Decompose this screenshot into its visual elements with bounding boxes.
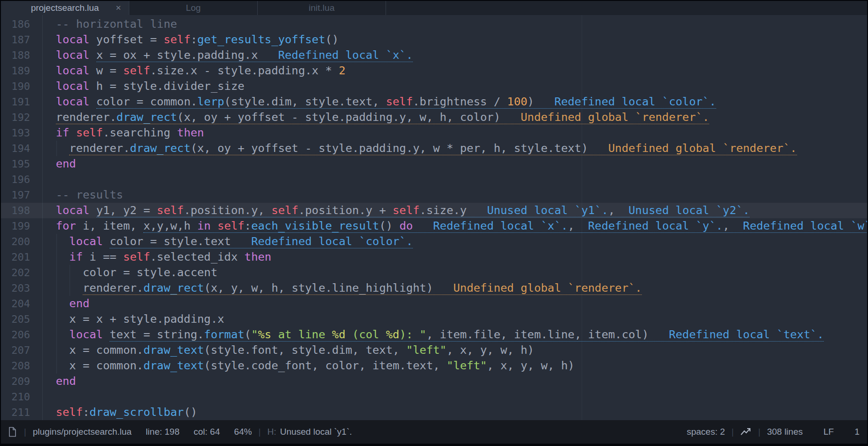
- inline-diagnostic: Unused local `y2`.: [629, 204, 750, 217]
- code-line-198[interactable]: 198 local y1, y2 = self.position.y, self…: [1, 203, 867, 218]
- code-line-197[interactable]: 197 -- results: [1, 187, 867, 203]
- status-divider: |: [725, 427, 741, 437]
- indent-guide: [56, 327, 57, 342]
- code-line-211[interactable]: 211 self:draw_scrollbar(): [1, 405, 867, 420]
- code-text: renderer.draw_rect(x, oy + yoffset - sty…: [42, 142, 797, 155]
- code-line-201[interactable]: 201 if i == self.selected_idx then: [1, 249, 867, 265]
- code-line-207[interactable]: 207 x = common.draw_text(style.font, sty…: [1, 342, 867, 358]
- code-line-202[interactable]: 202 color = style.accent: [1, 265, 867, 280]
- code-line-203[interactable]: 203 renderer.draw_rect(x, y, w, h, style…: [1, 280, 867, 296]
- code-line-200[interactable]: 200 local color = style.text Redefined l…: [1, 234, 867, 249]
- indent-guide: [70, 280, 70, 296]
- inline-diagnostic: Redefined local `color`.: [251, 235, 413, 248]
- diagnostic-underline: color = style.text Redefined local `colo…: [110, 235, 413, 248]
- code-text: x = common.draw_text(style.code_font, co…: [42, 359, 575, 372]
- code-text: local text = string.format("%s at line %…: [42, 328, 824, 342]
- diagnostic-underline: x,y,w,h in self:each_visible_result() do…: [143, 219, 867, 233]
- diagnostic-underline: renderer.draw_rect(x, oy + yoffset - sty…: [69, 142, 797, 155]
- code-line-188[interactable]: 188 local x = ox + style.padding.x Redef…: [1, 48, 867, 63]
- code-line-195[interactable]: 195 end: [1, 156, 867, 172]
- code-text: local color = common.lerp(style.dim, sty…: [42, 95, 716, 109]
- code-line-199[interactable]: 199 for i, item, x,y,w,h in self:each_vi…: [1, 218, 867, 234]
- line-number: 211: [1, 405, 42, 420]
- line-number: 206: [1, 327, 42, 342]
- diagnostic-underline: color = common.lerp(style.dim, style.tex…: [96, 95, 716, 109]
- code-line-193[interactable]: 193 if self.searching then: [1, 125, 867, 141]
- code-text: local yoffset = self:get_results_yoffset…: [42, 33, 339, 46]
- line-number: 208: [1, 358, 42, 374]
- code-text: end: [42, 157, 76, 170]
- line-number: 203: [1, 280, 42, 296]
- inline-diagnostic: Redefined local `text`.: [669, 328, 824, 341]
- code-line-186[interactable]: 186 -- horizontal line: [1, 16, 867, 32]
- code-line-187[interactable]: 187 local yoffset = self:get_results_yof…: [1, 32, 867, 48]
- code-line-205[interactable]: 205 x = x + style.padding.x: [1, 311, 867, 327]
- status-bar: | plugins/projectsearch.lua line: 198 co…: [1, 420, 867, 444]
- line-number: 201: [1, 249, 42, 265]
- code-line-189[interactable]: 189 local w = self.size.x - style.paddin…: [1, 63, 867, 79]
- line-number: 186: [1, 16, 42, 32]
- code-line-210[interactable]: 210: [1, 389, 867, 405]
- indent-guide: [56, 311, 57, 327]
- status-hint-message: Unused local `y1`.: [280, 427, 352, 437]
- indent-guide: [56, 280, 57, 296]
- status-col: col: 64: [194, 427, 220, 437]
- line-number: 187: [1, 32, 42, 48]
- line-number: 207: [1, 342, 42, 358]
- tab-init[interactable]: init.lua: [258, 1, 386, 15]
- code-line-206[interactable]: 206 local text = string.format("%s at li…: [1, 327, 867, 342]
- code-text: -- results: [42, 188, 123, 201]
- stats-icon[interactable]: [740, 427, 751, 437]
- code-text: local y1, y2 = self.position.y, self.pos…: [42, 204, 750, 217]
- status-percent: 64%: [234, 427, 252, 437]
- indent-guide: [56, 296, 57, 311]
- code-text: color = style.accent: [42, 266, 218, 279]
- code-text: local w = self.size.x - style.padding.x …: [42, 64, 346, 77]
- line-number: 197: [1, 187, 42, 203]
- code-text: if self.searching then: [42, 126, 204, 139]
- line-number: 189: [1, 63, 42, 79]
- indent-guide: [56, 249, 57, 265]
- indent-guide: [70, 265, 70, 280]
- code-line-190[interactable]: 190 local h = style.divider_size: [1, 79, 867, 94]
- status-spaces[interactable]: spaces: 2: [687, 427, 725, 437]
- code-line-208[interactable]: 208 x = common.draw_text(style.code_font…: [1, 358, 867, 374]
- status-divider: |: [751, 427, 767, 437]
- file-icon: [8, 427, 17, 437]
- line-number: 200: [1, 234, 42, 249]
- inline-diagnostic: Redefined local `y`.: [588, 219, 723, 232]
- code-text: x = common.draw_text(style.font, style.d…: [42, 343, 534, 357]
- tab-bar: projectsearch.lua ✕ Log init.lua: [1, 1, 867, 15]
- code-line-196[interactable]: 196: [1, 172, 867, 187]
- close-icon[interactable]: ✕: [115, 1, 121, 15]
- diagnostic-underline: y1, y2 = self.position.y, self.position.…: [96, 204, 750, 217]
- code-line-192[interactable]: 192 renderer.draw_rect(x, oy + yoffset -…: [1, 110, 867, 125]
- diagnostic-underline: renderer.draw_rect(x, y, w, h, style.lin…: [83, 281, 642, 295]
- code-text: end: [42, 297, 89, 310]
- status-line-count: 308 lines: [767, 427, 803, 437]
- line-number: 191: [1, 94, 42, 110]
- tab-log[interactable]: Log: [129, 1, 258, 15]
- tab-label: projectsearch.lua: [31, 3, 99, 13]
- line-number: 199: [1, 218, 42, 234]
- code-line-209[interactable]: 209 end: [1, 374, 867, 389]
- diagnostic-underline: renderer.draw_rect(x, oy + yoffset - sty…: [56, 111, 710, 124]
- code-line-204[interactable]: 204 end: [1, 296, 867, 311]
- status-eol[interactable]: LF: [823, 427, 834, 437]
- line-number: 196: [1, 172, 42, 187]
- code-text: x = x + style.padding.x: [42, 312, 224, 326]
- code-line-191[interactable]: 191 local color = common.lerp(style.dim,…: [1, 94, 867, 110]
- tab-label: Log: [186, 3, 201, 13]
- code-text: self:draw_scrollbar(): [42, 406, 197, 419]
- code-area: 186 -- horizontal line187 local yoffset …: [1, 16, 867, 420]
- code-text: for i, item, x,y,w,h in self:each_visibl…: [42, 219, 867, 233]
- line-number: 188: [1, 48, 42, 63]
- diagnostic-underline: text = string.format("%s at line %d (col…: [110, 328, 824, 342]
- line-number: 195: [1, 156, 42, 172]
- inline-diagnostic: Undefined global `renderer`.: [453, 281, 642, 295]
- indent-guide: [56, 358, 57, 374]
- line-number: 205: [1, 311, 42, 327]
- tab-projectsearch[interactable]: projectsearch.lua ✕: [1, 1, 129, 15]
- code-line-194[interactable]: 194 renderer.draw_rect(x, oy + yoffset -…: [1, 141, 867, 156]
- indent-guide: [56, 234, 57, 249]
